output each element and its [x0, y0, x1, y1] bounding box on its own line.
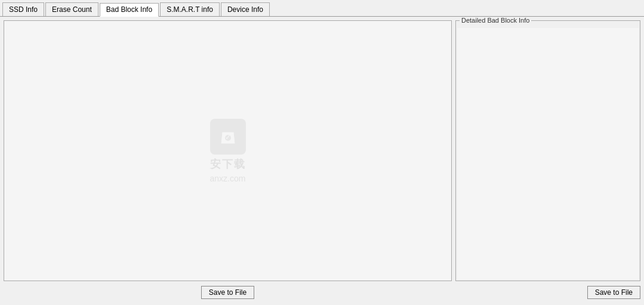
- tab-smart-info[interactable]: S.M.A.R.T info: [160, 2, 220, 16]
- detailed-bad-block-group: Detailed Bad Block Info: [455, 20, 640, 281]
- right-save-to-file-button[interactable]: Save to File: [587, 286, 640, 299]
- svg-point-0: [225, 135, 231, 141]
- main-content: ✓ 安下载 anxz.com Save to File Detailed Bad…: [0, 17, 644, 305]
- watermark-chinese-text: 安下载: [210, 157, 246, 171]
- right-bottom-bar: Save to File: [455, 284, 640, 301]
- watermark-url: anxz.com: [210, 174, 246, 183]
- detailed-bad-block-content[interactable]: [457, 28, 639, 279]
- bad-block-table-container[interactable]: ✓ 安下载 anxz.com: [4, 20, 452, 281]
- detailed-bad-block-label: Detailed Bad Block Info: [460, 17, 531, 24]
- tab-ssd-info[interactable]: SSD Info: [2, 2, 44, 16]
- tab-erase-count[interactable]: Erase Count: [45, 2, 98, 16]
- watermark-bag-icon: ✓: [210, 119, 246, 155]
- svg-text:✓: ✓: [225, 133, 231, 141]
- tab-bad-block-info[interactable]: Bad Block Info: [100, 3, 159, 17]
- tab-device-info[interactable]: Device Info: [221, 2, 270, 16]
- app-window: SSD Info Erase Count Bad Block Info S.M.…: [0, 0, 644, 305]
- tabs-bar: SSD Info Erase Count Bad Block Info S.M.…: [0, 0, 644, 17]
- left-bottom-bar: Save to File: [4, 284, 452, 301]
- watermark: ✓ 安下载 anxz.com: [210, 119, 246, 183]
- left-save-to-file-button[interactable]: Save to File: [201, 286, 254, 299]
- right-panel: Detailed Bad Block Info Save to File: [455, 20, 640, 301]
- left-panel: ✓ 安下载 anxz.com Save to File: [4, 20, 452, 301]
